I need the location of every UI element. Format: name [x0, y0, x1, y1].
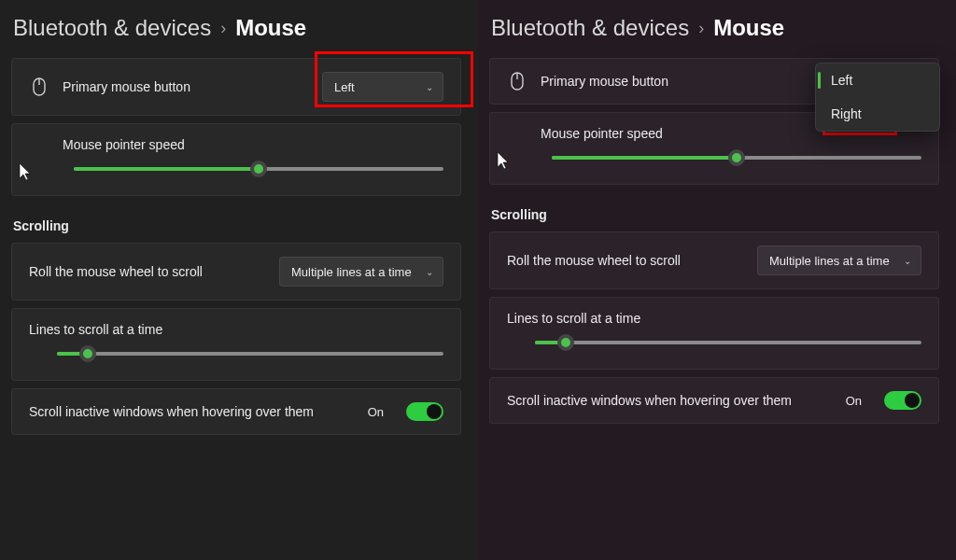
lines-slider[interactable]: [57, 344, 443, 363]
lines-slider[interactable]: [535, 333, 921, 352]
inactive-label: Scroll inactive windows when hovering ov…: [29, 404, 355, 419]
lines-label: Lines to scroll at a time: [29, 322, 443, 337]
lines-card: Lines to scroll at a time: [489, 297, 939, 370]
menu-item-right[interactable]: Right: [816, 97, 939, 131]
primary-button-label: Primary mouse button: [63, 79, 309, 94]
roll-wheel-dropdown[interactable]: Multiple lines at a time ⌄: [757, 245, 921, 275]
breadcrumb-current: Mouse: [235, 15, 306, 41]
chevron-down-icon: ⌄: [904, 256, 911, 266]
roll-wheel-dropdown[interactable]: Multiple lines at a time ⌄: [279, 257, 443, 287]
settings-panel-closed: Bluetooth & devices › Mouse Primary mous…: [0, 0, 478, 560]
pointer-speed-slider[interactable]: [74, 160, 443, 178]
lines-label: Lines to scroll at a time: [507, 311, 921, 326]
chevron-right-icon: ›: [220, 19, 226, 38]
dropdown-value: Multiple lines at a time: [291, 265, 412, 279]
inactive-toggle[interactable]: [884, 391, 921, 410]
menu-item-left[interactable]: Left: [816, 63, 939, 97]
roll-wheel-label: Roll the mouse wheel to scroll: [29, 264, 266, 279]
breadcrumb: Bluetooth & devices › Mouse: [11, 11, 461, 41]
pointer-speed-label: Mouse pointer speed: [63, 137, 443, 152]
inactive-toggle[interactable]: [406, 402, 443, 421]
breadcrumb-parent[interactable]: Bluetooth & devices: [13, 15, 211, 41]
dropdown-value: Multiple lines at a time: [769, 254, 890, 268]
chevron-right-icon: ›: [698, 19, 704, 38]
breadcrumb-current: Mouse: [713, 15, 784, 41]
mouse-icon: [507, 72, 527, 91]
scrolling-heading: Scrolling: [13, 218, 461, 233]
pointer-speed-card: Mouse pointer speed: [11, 123, 461, 196]
breadcrumb-parent[interactable]: Bluetooth & devices: [491, 15, 689, 41]
inactive-card: Scroll inactive windows when hovering ov…: [489, 377, 939, 424]
toggle-state-text: On: [368, 405, 384, 419]
scrolling-heading: Scrolling: [491, 207, 939, 222]
primary-button-menu: Left Right: [815, 63, 940, 132]
pointer-speed-slider[interactable]: [552, 148, 921, 167]
chevron-down-icon: ⌄: [426, 267, 433, 277]
toggle-state-text: On: [846, 394, 862, 408]
dropdown-value: Left: [334, 80, 355, 94]
primary-button-card: Primary mouse button Left Right: [489, 58, 939, 105]
chevron-down-icon: ⌄: [426, 82, 433, 92]
settings-panel-open: Bluetooth & devices › Mouse Primary mous…: [478, 0, 956, 560]
inactive-label: Scroll inactive windows when hovering ov…: [507, 393, 833, 408]
primary-button-card: Primary mouse button Left ⌄: [11, 58, 461, 116]
lines-card: Lines to scroll at a time: [11, 308, 461, 381]
roll-wheel-card: Roll the mouse wheel to scroll Multiple …: [489, 231, 939, 289]
primary-button-dropdown[interactable]: Left ⌄: [322, 72, 443, 102]
breadcrumb: Bluetooth & devices › Mouse: [489, 11, 939, 41]
inactive-card: Scroll inactive windows when hovering ov…: [11, 388, 461, 435]
roll-wheel-label: Roll the mouse wheel to scroll: [507, 253, 744, 268]
mouse-icon: [29, 77, 49, 96]
roll-wheel-card: Roll the mouse wheel to scroll Multiple …: [11, 243, 461, 301]
